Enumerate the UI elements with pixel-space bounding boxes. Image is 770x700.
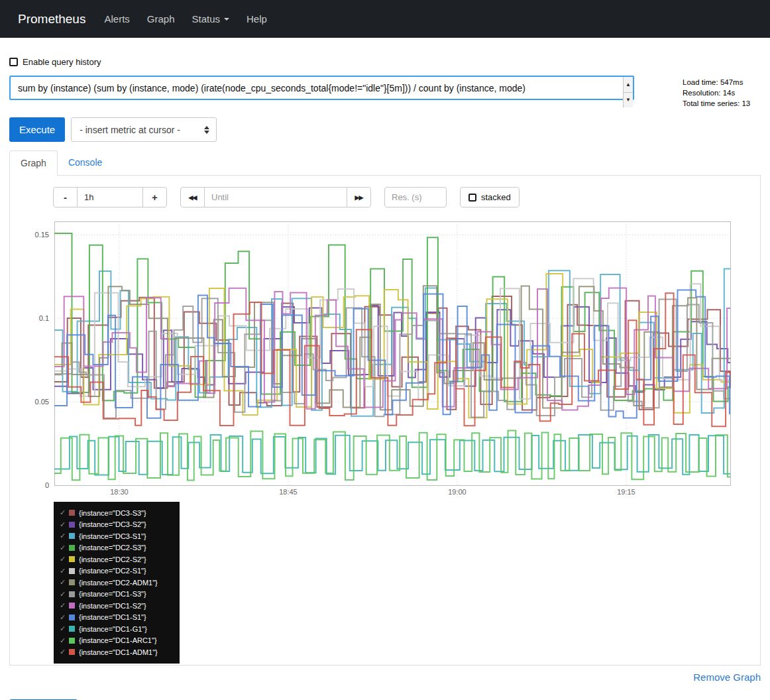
series-color-swatch [69,626,75,632]
series-label: {instance="DC2-S1"} [79,567,146,575]
navbar: Prometheus Alerts Graph Status Help [0,0,770,38]
legend-item[interactable]: ✓{instance="DC3-S3"} [60,507,174,519]
zoom-out-button[interactable]: - [53,187,78,207]
series-color-swatch [69,545,75,551]
resolution-input[interactable] [384,187,447,207]
nav-item-alerts[interactable]: Alerts [95,13,138,25]
legend-item[interactable]: ✓{instance="DC2-ADM1"} [60,577,174,589]
brand-prometheus[interactable]: Prometheus [18,12,85,27]
legend-item[interactable]: ✓{instance="DC1-G1"} [60,623,174,635]
series-label: {instance="DC1-ADM1"} [79,648,158,656]
check-icon: ✓ [60,555,69,563]
stacked-checkbox[interactable] [468,194,476,202]
zoom-in-button[interactable]: + [142,187,167,207]
check-icon: ✓ [60,636,69,645]
check-icon: ✓ [60,648,69,656]
nav-item-alerts-label: Alerts [104,13,129,25]
legend-item[interactable]: ✓{instance="DC1-S2"} [60,600,174,612]
tab-bar: Graph Console [9,150,761,176]
stacked-label: stacked [481,192,511,202]
legend-item[interactable]: ✓{instance="DC3-S1"} [60,530,174,542]
series-label: {instance="DC1-G1"} [79,625,147,633]
series-label: {instance="DC1-S1"} [79,613,146,621]
series-color-swatch [69,568,75,574]
remove-graph-link[interactable]: Remove Graph [693,671,761,683]
series-color-swatch [69,510,75,516]
series-label: {instance="DC2-S3"} [79,544,146,552]
nav-item-status[interactable]: Status [184,13,239,25]
series-label: {instance="DC1-S3"} [79,590,146,598]
check-icon: ✓ [60,590,69,599]
check-icon: ✓ [60,578,69,587]
svg-text:0.1: 0.1 [39,314,49,322]
series-label: {instance="DC1-S2"} [79,602,146,610]
textarea-spinner: ▲ ▼ [623,77,633,107]
query-history-checkbox[interactable] [9,58,18,66]
graph-panel: - + ◀◀ ▶▶ stacked 00.050.10.1518:3018:45… [9,176,761,666]
legend-item[interactable]: ✓{instance="DC2-S3"} [60,542,174,554]
check-icon: ✓ [60,520,69,529]
updown-arrows-icon [204,126,209,134]
total-time-series: Total time series: 13 [683,98,761,109]
legend-item[interactable]: ✓{instance="DC1-S3"} [60,589,174,601]
time-forward-button[interactable]: ▶▶ [347,187,371,207]
svg-text:19:00: 19:00 [448,488,467,496]
series-label: {instance="DC1-ARC1"} [79,636,157,644]
nav-item-help[interactable]: Help [238,13,276,25]
check-icon: ✓ [60,508,69,517]
execute-button[interactable]: Execute [9,117,65,142]
nav-item-status-label: Status [192,13,221,25]
query-stats: Load time: 547ms Resolution: 14s Total t… [683,76,761,109]
time-series-chart: 00.050.10.1518:3018:4519:0019:15 [10,221,732,498]
time-back-button[interactable]: ◀◀ [180,187,205,207]
check-icon: ✓ [60,613,69,622]
series-color-swatch [69,614,75,620]
expression-input[interactable]: sum by (instance) (sum by (instance, mod… [9,76,634,100]
load-time: Load time: 547ms [683,77,761,88]
svg-text:0.05: 0.05 [35,398,49,406]
rewind-icon: ◀◀ [189,194,197,201]
nav-item-help-label: Help [247,13,267,25]
check-icon: ✓ [60,532,69,540]
svg-text:18:45: 18:45 [279,488,298,496]
tab-graph[interactable]: Graph [9,150,58,176]
nav-item-graph-label: Graph [147,13,175,25]
time-control-group: ◀◀ ▶▶ [180,187,371,207]
legend-item[interactable]: ✓{instance="DC2-S2"} [60,554,174,565]
legend-item[interactable]: ✓{instance="DC1-ARC1"} [60,635,174,647]
resolution: Resolution: 14s [683,88,761,98]
spinner-down-icon[interactable]: ▼ [624,93,633,108]
series-color-swatch [69,603,75,609]
series-color-swatch [69,556,75,562]
series-label: {instance="DC3-S1"} [79,532,146,540]
range-control-group: - + [53,187,167,207]
insert-metric-dropdown[interactable]: - insert metric at cursor - [71,117,217,142]
spinner-up-icon[interactable]: ▲ [624,77,633,93]
until-input[interactable] [204,187,347,207]
legend-item[interactable]: ✓{instance="DC1-S1"} [60,612,174,624]
check-icon: ✓ [60,567,69,575]
series-label: {instance="DC2-S2"} [79,555,146,563]
nav-item-graph[interactable]: Graph [138,13,184,25]
legend-item[interactable]: ✓{instance="DC3-S2"} [60,519,174,531]
svg-text:0: 0 [45,481,49,489]
check-icon: ✓ [60,601,69,610]
series-label: {instance="DC3-S3"} [79,509,146,517]
tab-console[interactable]: Console [58,150,113,175]
svg-text:18:30: 18:30 [110,488,129,496]
legend-item[interactable]: ✓{instance="DC1-ADM1"} [60,646,174,658]
series-color-swatch [69,522,75,528]
legend-item[interactable]: ✓{instance="DC2-S1"} [60,565,174,577]
series-color-swatch [69,591,75,597]
chart-area: 00.050.10.1518:3018:4519:0019:15 [10,221,760,498]
series-label: {instance="DC2-ADM1"} [79,579,158,587]
caret-down-icon [224,18,229,21]
stacked-toggle[interactable]: stacked [460,187,520,207]
series-color-swatch [69,533,75,539]
query-history-row: Enable query history [9,57,761,67]
series-color-swatch [69,579,75,585]
legend: ✓{instance="DC3-S3"}✓{instance="DC3-S2"}… [54,502,180,664]
range-input[interactable] [77,187,143,207]
check-icon: ✓ [60,544,69,552]
series-label: {instance="DC3-S2"} [79,520,146,528]
